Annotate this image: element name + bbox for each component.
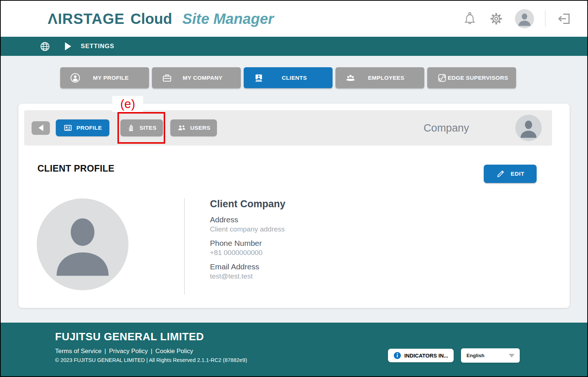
user-avatar[interactable] bbox=[515, 9, 534, 28]
header-divider bbox=[545, 10, 545, 27]
briefcase-icon bbox=[161, 72, 173, 83]
sites-tab-button[interactable]: SITES bbox=[120, 119, 163, 136]
client-profile-card: PROFILE (e) bbox=[18, 104, 570, 308]
indicators-info-button[interactable]: INDICATORS IN... bbox=[388, 349, 454, 362]
two-users-icon bbox=[177, 123, 186, 133]
privacy-policy-link[interactable]: Privacy Policy bbox=[109, 348, 148, 355]
section-title: CLIENT PROFILE bbox=[37, 163, 115, 174]
language-value: English bbox=[461, 353, 484, 358]
tab-clients[interactable]: CLIENTS bbox=[244, 67, 333, 88]
tab-edge-supervisors[interactable]: EDGE SUPERVISORS bbox=[427, 67, 516, 88]
client-company-name: Client Company bbox=[210, 198, 286, 210]
client-avatar bbox=[37, 198, 128, 290]
pencil-icon bbox=[496, 169, 505, 179]
email-value: test@test.test bbox=[210, 272, 286, 280]
cookie-policy-link[interactable]: Cookie Policy bbox=[155, 348, 193, 355]
terms-of-service-link[interactable]: Terms of Service bbox=[55, 348, 102, 355]
annotation-label: (e) bbox=[112, 96, 143, 112]
notifications-bell-icon[interactable] bbox=[462, 11, 478, 26]
info-icon bbox=[393, 352, 401, 359]
tab-label: MY PROFILE bbox=[80, 75, 128, 81]
company-avatar bbox=[515, 115, 542, 141]
phone-label: Phone Number bbox=[210, 239, 286, 248]
indicators-button-label: INDICATORS IN... bbox=[404, 353, 449, 359]
phone-value: +81 0000000000 bbox=[210, 249, 286, 257]
person-circle-icon bbox=[70, 72, 81, 83]
building-icon bbox=[127, 123, 136, 132]
address-value: Client company address bbox=[210, 225, 286, 233]
footer-company: FUJITSU GENERAL LIMITED bbox=[55, 331, 587, 343]
email-label: Email Address bbox=[210, 262, 286, 271]
breadcrumb-bar: SETTINGS bbox=[1, 37, 587, 56]
users-tab-button[interactable]: USERS bbox=[170, 119, 217, 136]
address-label: Address bbox=[210, 215, 286, 224]
company-name-label: Company bbox=[424, 122, 469, 134]
tab-employees[interactable]: EMPLOYEES bbox=[335, 67, 424, 88]
users-tab-label: USERS bbox=[190, 125, 210, 131]
breadcrumb: SETTINGS bbox=[81, 43, 114, 50]
tab-label: CLIENTS bbox=[269, 75, 307, 81]
people-group-icon bbox=[345, 72, 356, 83]
language-select[interactable]: English bbox=[461, 348, 520, 363]
tab-my-profile[interactable]: MY PROFILE bbox=[60, 67, 149, 88]
back-button[interactable] bbox=[32, 121, 50, 135]
tab-label: MY COMPANY bbox=[170, 75, 222, 81]
link-icon bbox=[437, 72, 448, 83]
profile-tab-button[interactable]: PROFILE bbox=[56, 119, 109, 136]
tab-label: EMPLOYEES bbox=[355, 75, 404, 81]
app-window: ΛIRSTAGE Cloud Site Manager bbox=[0, 0, 588, 377]
logo-airstage: ΛIRSTAGE bbox=[48, 11, 125, 27]
id-badge-icon bbox=[253, 72, 264, 83]
logout-icon[interactable] bbox=[556, 11, 572, 26]
globe-icon[interactable] bbox=[40, 41, 50, 52]
edit-button[interactable]: EDIT bbox=[484, 165, 537, 183]
link-separator: | bbox=[151, 348, 152, 355]
main-tabs: MY PROFILE MY COMPANY CLIEN bbox=[60, 67, 587, 88]
breadcrumb-arrow-icon bbox=[65, 42, 71, 50]
tab-my-company[interactable]: MY COMPANY bbox=[152, 67, 241, 88]
back-arrow-icon bbox=[39, 125, 43, 131]
client-sub-toolbar: PROFILE (e) bbox=[24, 110, 552, 146]
link-separator: | bbox=[105, 348, 106, 355]
app-logo: ΛIRSTAGE Cloud Site Manager bbox=[48, 11, 274, 27]
sites-tab-label: SITES bbox=[139, 125, 156, 131]
card-icon bbox=[63, 123, 73, 133]
logo-cloud: Cloud bbox=[131, 11, 172, 27]
chevron-down-icon bbox=[509, 354, 515, 358]
logo-product: Site Manager bbox=[182, 11, 274, 27]
profile-tab-label: PROFILE bbox=[76, 125, 102, 131]
header: ΛIRSTAGE Cloud Site Manager bbox=[1, 1, 587, 37]
client-details: Client Company Address Client company ad… bbox=[210, 198, 286, 280]
edit-button-label: EDIT bbox=[511, 170, 524, 177]
settings-gear-icon[interactable] bbox=[489, 11, 504, 26]
detail-divider bbox=[184, 198, 185, 295]
footer: FUJITSU GENERAL LIMITED Terms of Service… bbox=[1, 323, 587, 376]
